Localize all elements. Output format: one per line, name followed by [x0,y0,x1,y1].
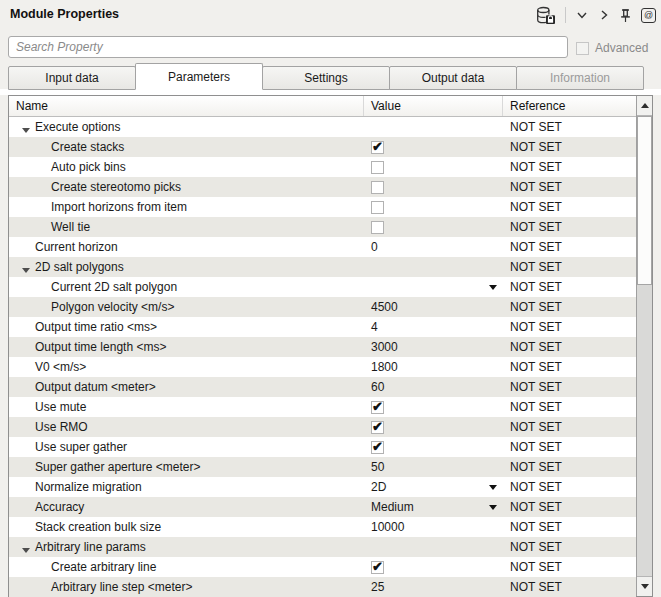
property-reference-cell[interactable]: NOT SET [503,460,636,474]
column-header-reference[interactable]: Reference [503,96,636,116]
property-value[interactable]: 1800 [371,360,398,374]
property-value[interactable]: 10000 [371,520,404,534]
table-row[interactable]: Accuracy Medium NOT SET [9,497,636,517]
property-value-cell[interactable]: 60 [364,377,503,397]
column-header-value[interactable]: Value [364,96,503,116]
property-value-cell[interactable]: 50 [364,457,503,477]
table-row[interactable]: 2D salt polygons NOT SET [9,257,636,277]
property-value-cell[interactable] [364,177,503,197]
table-row[interactable]: Create arbitrary line NOT SET [9,557,636,577]
property-value-cell[interactable] [364,257,503,277]
table-row[interactable]: Import horizons from item NOT SET [9,197,636,217]
table-row[interactable]: Stack creation bulk size 10000 NOT SET [9,517,636,537]
property-value[interactable]: 3000 [371,340,398,354]
property-reference-cell[interactable]: NOT SET [503,160,636,174]
property-reference-cell[interactable]: NOT SET [503,580,636,594]
table-row[interactable]: Super gather aperture <meter> 50 NOT SET [9,457,636,477]
property-value[interactable]: 0 [371,240,378,254]
property-value-cell[interactable] [364,397,503,417]
chevron-down-icon[interactable] [575,9,589,21]
scroll-down-button[interactable] [637,576,652,596]
property-value-cell[interactable]: 10000 [364,517,503,537]
value-checkbox[interactable] [371,181,384,194]
property-reference-cell[interactable]: NOT SET [503,520,636,534]
property-value-cell[interactable] [364,197,503,217]
table-row[interactable]: Create stereotomo picks NOT SET [9,177,636,197]
value-checkbox[interactable] [371,141,384,154]
search-input[interactable] [8,36,568,58]
property-reference-cell[interactable]: NOT SET [503,560,636,574]
property-value-cell[interactable]: 4 [364,317,503,337]
property-value-cell[interactable]: 0 [364,237,503,257]
property-reference-cell[interactable]: NOT SET [503,320,636,334]
value-checkbox[interactable] [371,441,384,454]
pin-icon[interactable] [619,8,632,23]
scrollbar-thumb[interactable] [637,116,652,285]
column-header-name[interactable]: Name [9,96,364,116]
property-reference-cell[interactable]: NOT SET [503,200,636,214]
value-checkbox[interactable] [371,401,384,414]
table-row[interactable]: Use mute NOT SET [9,397,636,417]
property-reference-cell[interactable]: NOT SET [503,400,636,414]
scroll-up-button[interactable] [637,96,652,116]
property-reference-cell[interactable]: NOT SET [503,440,636,454]
table-row[interactable]: Create stacks NOT SET [9,137,636,157]
property-value-cell[interactable] [364,217,503,237]
table-row[interactable]: Output time ratio <ms> 4 NOT SET [9,317,636,337]
property-value-cell[interactable]: 1800 [364,357,503,377]
table-row[interactable]: Execute options NOT SET [9,117,636,137]
table-row[interactable]: Current 2D salt polygon NOT SET [9,277,636,297]
property-reference-cell[interactable]: NOT SET [503,420,636,434]
property-value-cell[interactable]: Medium [364,497,503,517]
tab-settings[interactable]: Settings [262,66,390,90]
property-reference-cell[interactable]: NOT SET [503,540,636,554]
table-row[interactable]: V0 <m/s> 1800 NOT SET [9,357,636,377]
property-reference-cell[interactable]: NOT SET [503,140,636,154]
property-value[interactable]: 50 [371,460,384,474]
property-reference-cell[interactable]: NOT SET [503,220,636,234]
value-checkbox[interactable] [371,561,384,574]
property-reference-cell[interactable]: NOT SET [503,300,636,314]
dropdown-arrow-icon[interactable] [489,285,497,290]
table-row[interactable]: Well tie NOT SET [9,217,636,237]
dropdown-arrow-icon[interactable] [489,505,497,510]
property-value-cell[interactable]: 2D [364,477,503,497]
property-reference-cell[interactable]: NOT SET [503,240,636,254]
property-reference-cell[interactable]: NOT SET [503,360,636,374]
expander-triangle-icon[interactable] [22,128,30,133]
property-reference-cell[interactable]: NOT SET [503,340,636,354]
advanced-checkbox[interactable] [576,42,589,55]
expander-triangle-icon[interactable] [22,268,30,273]
table-row[interactable]: Output datum <meter> 60 NOT SET [9,377,636,397]
tab-output-data[interactable]: Output data [389,66,517,90]
table-row[interactable]: Arbitrary line params NOT SET [9,537,636,557]
property-value-cell[interactable]: 3000 [364,337,503,357]
table-row[interactable]: Use RMO NOT SET [9,417,636,437]
dropdown-arrow-icon[interactable] [489,485,497,490]
property-reference-cell[interactable]: NOT SET [503,120,636,134]
table-row[interactable]: Current horizon 0 NOT SET [9,237,636,257]
property-reference-cell[interactable]: NOT SET [503,480,636,494]
value-checkbox[interactable] [371,221,384,234]
property-value[interactable]: 4 [371,320,378,334]
tab-parameters[interactable]: Parameters [135,63,263,90]
property-reference-cell[interactable]: NOT SET [503,280,636,294]
chevron-right-icon[interactable] [598,8,610,22]
vertical-scrollbar[interactable] [636,96,652,596]
property-value-cell[interactable] [364,417,503,437]
table-row[interactable]: Normalize migration 2D NOT SET [9,477,636,497]
table-row[interactable]: Auto pick bins NOT SET [9,157,636,177]
property-value-cell[interactable] [364,137,503,157]
property-value[interactable]: Medium [371,500,414,514]
float-window-icon[interactable]: @ [641,8,656,23]
expander-triangle-icon[interactable] [22,548,30,553]
table-row[interactable]: Use super gather NOT SET [9,437,636,457]
table-row[interactable]: Polygon velocity <m/s> 4500 NOT SET [9,297,636,317]
value-checkbox[interactable] [371,421,384,434]
property-reference-cell[interactable]: NOT SET [503,260,636,274]
value-checkbox[interactable] [371,161,384,174]
property-value-cell[interactable] [364,117,503,137]
property-value-cell[interactable] [364,537,503,557]
property-value-cell[interactable]: 25 [364,577,503,597]
property-reference-cell[interactable]: NOT SET [503,500,636,514]
